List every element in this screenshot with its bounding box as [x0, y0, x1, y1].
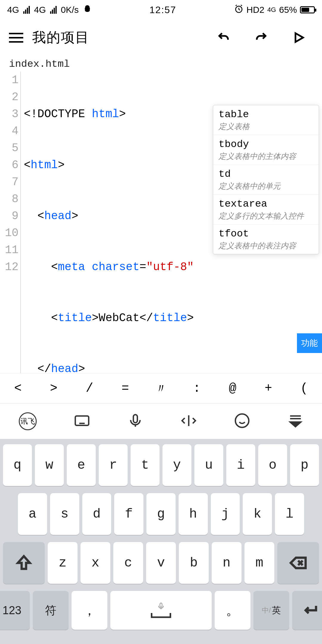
key-q[interactable]: q [3, 444, 32, 486]
symbol-key[interactable]: : [179, 381, 215, 396]
key-h[interactable]: h [179, 493, 208, 535]
page-title: 我的项目 [32, 28, 89, 47]
soft-keyboard: q w e r t y u i o p a s d f g h j k l z … [0, 439, 322, 644]
signal-bars-icon [50, 6, 57, 14]
key-g[interactable]: g [146, 493, 176, 535]
file-tab[interactable]: index.html [0, 55, 322, 72]
key-r[interactable]: r [99, 444, 128, 486]
menu-icon[interactable] [9, 33, 23, 43]
key-m[interactable]: m [244, 542, 274, 584]
key-shift[interactable] [3, 542, 45, 584]
key-a[interactable]: a [18, 493, 47, 535]
autocomplete-item[interactable]: tbody 定义表格中的主体内容 [213, 135, 319, 165]
keyboard-switch-icon[interactable] [74, 413, 90, 430]
symbol-key[interactable]: 〃 [143, 380, 179, 397]
signal-label-1: 4G [7, 5, 19, 15]
alarm-icon [234, 4, 244, 16]
ime-logo-icon[interactable]: 讯飞 [19, 412, 37, 430]
collapse-keyboard-icon[interactable] [287, 413, 304, 430]
key-comma[interactable]: ， [72, 591, 107, 630]
key-backspace[interactable] [277, 542, 319, 584]
key-j[interactable]: j [211, 493, 240, 535]
clock: 12:57 [149, 4, 176, 16]
key-symbols[interactable]: 符 [33, 591, 69, 630]
key-z[interactable]: z [48, 542, 78, 584]
key-y[interactable]: y [162, 444, 191, 486]
key-n[interactable]: n [212, 542, 242, 584]
autocomplete-popup[interactable]: table 定义表格 tbody 定义表格中的主体内容 td 定义表格中的单元 … [213, 105, 319, 254]
hd-label: HD2 [247, 5, 264, 15]
key-s[interactable]: s [50, 493, 79, 535]
emoji-icon[interactable] [234, 413, 250, 430]
symbol-key[interactable]: ( [286, 381, 322, 396]
symbol-key[interactable]: / [72, 381, 107, 396]
run-button[interactable] [290, 29, 308, 47]
svg-rect-11 [133, 414, 137, 422]
symbol-key[interactable]: < [0, 381, 36, 396]
autocomplete-item[interactable]: tfoot 定义表格中的表注内容 [213, 225, 319, 254]
key-e[interactable]: e [67, 444, 96, 486]
symbol-toolbar: < > / = 〃 : @ + ( [0, 373, 322, 403]
key-enter[interactable] [292, 591, 322, 630]
key-k[interactable]: k [243, 493, 272, 535]
key-numeric[interactable]: 123 [0, 591, 30, 630]
microphone-icon[interactable] [127, 413, 143, 430]
symbol-key[interactable]: @ [215, 381, 250, 396]
key-d[interactable]: d [82, 493, 112, 535]
ime-toolbar: 讯飞 [0, 403, 322, 439]
key-v[interactable]: v [146, 542, 176, 584]
redo-button[interactable] [252, 29, 270, 47]
autocomplete-item[interactable]: td 定义表格中的单元 [213, 165, 319, 195]
svg-rect-18 [160, 603, 162, 607]
symbol-key[interactable]: > [36, 381, 72, 396]
symbol-key[interactable]: = [107, 381, 143, 396]
key-w[interactable]: w [35, 444, 64, 486]
key-period[interactable]: 。 [215, 591, 250, 630]
key-o[interactable]: o [258, 444, 287, 486]
key-space[interactable] [110, 591, 212, 630]
key-b[interactable]: b [179, 542, 209, 584]
status-bar: 4G 4G 0K/s 12:57 HD2 4G 65% [0, 0, 322, 20]
cursor-move-icon[interactable] [181, 413, 197, 430]
net-label: 4G [267, 6, 276, 14]
qq-icon [83, 4, 92, 16]
function-button[interactable]: 功能 [297, 333, 322, 353]
autocomplete-item[interactable]: textarea 定义多行的文本输入控件 [213, 195, 319, 225]
net-speed: 0K/s [61, 5, 79, 15]
key-i[interactable]: i [226, 444, 255, 486]
key-c[interactable]: c [113, 542, 143, 584]
signal-bars-icon [23, 6, 30, 14]
key-l[interactable]: l [275, 493, 304, 535]
app-bar: 我的项目 [0, 20, 322, 55]
battery-pct: 65% [279, 5, 297, 15]
key-p[interactable]: p [290, 444, 319, 486]
key-u[interactable]: u [194, 444, 223, 486]
key-f[interactable]: f [114, 493, 143, 535]
key-t[interactable]: t [131, 444, 160, 486]
key-x[interactable]: x [80, 542, 110, 584]
autocomplete-item[interactable]: table 定义表格 [213, 105, 319, 135]
undo-button[interactable] [215, 29, 233, 47]
key-language[interactable]: 中/英 [253, 591, 289, 630]
battery-icon [300, 6, 315, 13]
symbol-key[interactable]: + [250, 381, 286, 396]
signal-label-2: 4G [34, 5, 46, 15]
svg-point-13 [235, 414, 249, 427]
